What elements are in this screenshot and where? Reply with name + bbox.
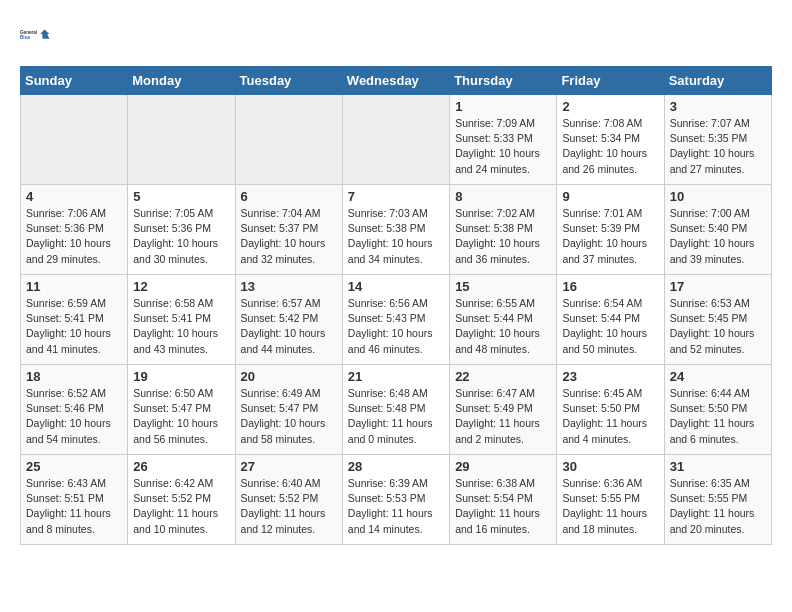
calendar-day-cell: 28Sunrise: 6:39 AMSunset: 5:53 PMDayligh… <box>342 455 449 545</box>
day-number: 20 <box>241 369 337 384</box>
calendar-day-cell: 13Sunrise: 6:57 AMSunset: 5:42 PMDayligh… <box>235 275 342 365</box>
svg-text:Blue: Blue <box>20 35 30 40</box>
calendar-day-cell: 8Sunrise: 7:02 AMSunset: 5:38 PMDaylight… <box>450 185 557 275</box>
calendar-day-cell <box>342 95 449 185</box>
calendar-day-cell: 30Sunrise: 6:36 AMSunset: 5:55 PMDayligh… <box>557 455 664 545</box>
calendar-day-cell: 10Sunrise: 7:00 AMSunset: 5:40 PMDayligh… <box>664 185 771 275</box>
calendar-header-row: SundayMondayTuesdayWednesdayThursdayFrid… <box>21 67 772 95</box>
calendar-day-header: Saturday <box>664 67 771 95</box>
calendar-day-header: Monday <box>128 67 235 95</box>
calendar-day-cell: 11Sunrise: 6:59 AMSunset: 5:41 PMDayligh… <box>21 275 128 365</box>
calendar-day-cell: 4Sunrise: 7:06 AMSunset: 5:36 PMDaylight… <box>21 185 128 275</box>
calendar-day-cell <box>128 95 235 185</box>
day-number: 12 <box>133 279 229 294</box>
day-number: 28 <box>348 459 444 474</box>
calendar-day-header: Friday <box>557 67 664 95</box>
day-info: Sunrise: 7:03 AMSunset: 5:38 PMDaylight:… <box>348 206 444 267</box>
day-info: Sunrise: 6:59 AMSunset: 5:41 PMDaylight:… <box>26 296 122 357</box>
day-number: 6 <box>241 189 337 204</box>
day-number: 3 <box>670 99 766 114</box>
day-number: 21 <box>348 369 444 384</box>
day-number: 11 <box>26 279 122 294</box>
calendar-day-cell: 6Sunrise: 7:04 AMSunset: 5:37 PMDaylight… <box>235 185 342 275</box>
day-number: 5 <box>133 189 229 204</box>
day-info: Sunrise: 7:02 AMSunset: 5:38 PMDaylight:… <box>455 206 551 267</box>
day-info: Sunrise: 6:35 AMSunset: 5:55 PMDaylight:… <box>670 476 766 537</box>
calendar-day-cell <box>21 95 128 185</box>
day-number: 30 <box>562 459 658 474</box>
day-info: Sunrise: 7:09 AMSunset: 5:33 PMDaylight:… <box>455 116 551 177</box>
calendar-day-cell: 22Sunrise: 6:47 AMSunset: 5:49 PMDayligh… <box>450 365 557 455</box>
logo: GeneralBlue <box>20 20 50 50</box>
calendar-day-header: Thursday <box>450 67 557 95</box>
day-number: 7 <box>348 189 444 204</box>
calendar-day-cell: 16Sunrise: 6:54 AMSunset: 5:44 PMDayligh… <box>557 275 664 365</box>
day-info: Sunrise: 6:40 AMSunset: 5:52 PMDaylight:… <box>241 476 337 537</box>
calendar-week-row: 11Sunrise: 6:59 AMSunset: 5:41 PMDayligh… <box>21 275 772 365</box>
calendar-day-cell: 1Sunrise: 7:09 AMSunset: 5:33 PMDaylight… <box>450 95 557 185</box>
calendar-day-header: Wednesday <box>342 67 449 95</box>
day-info: Sunrise: 6:54 AMSunset: 5:44 PMDaylight:… <box>562 296 658 357</box>
day-info: Sunrise: 6:58 AMSunset: 5:41 PMDaylight:… <box>133 296 229 357</box>
calendar-day-cell: 19Sunrise: 6:50 AMSunset: 5:47 PMDayligh… <box>128 365 235 455</box>
day-number: 27 <box>241 459 337 474</box>
calendar-day-cell: 24Sunrise: 6:44 AMSunset: 5:50 PMDayligh… <box>664 365 771 455</box>
day-number: 14 <box>348 279 444 294</box>
day-info: Sunrise: 6:52 AMSunset: 5:46 PMDaylight:… <box>26 386 122 447</box>
calendar-day-header: Tuesday <box>235 67 342 95</box>
day-info: Sunrise: 6:44 AMSunset: 5:50 PMDaylight:… <box>670 386 766 447</box>
calendar-week-row: 1Sunrise: 7:09 AMSunset: 5:33 PMDaylight… <box>21 95 772 185</box>
day-info: Sunrise: 6:39 AMSunset: 5:53 PMDaylight:… <box>348 476 444 537</box>
day-number: 24 <box>670 369 766 384</box>
calendar-day-cell: 15Sunrise: 6:55 AMSunset: 5:44 PMDayligh… <box>450 275 557 365</box>
day-info: Sunrise: 6:45 AMSunset: 5:50 PMDaylight:… <box>562 386 658 447</box>
svg-text:General: General <box>20 30 37 35</box>
calendar-table: SundayMondayTuesdayWednesdayThursdayFrid… <box>20 66 772 545</box>
day-number: 10 <box>670 189 766 204</box>
calendar-day-cell: 31Sunrise: 6:35 AMSunset: 5:55 PMDayligh… <box>664 455 771 545</box>
day-number: 31 <box>670 459 766 474</box>
day-info: Sunrise: 6:50 AMSunset: 5:47 PMDaylight:… <box>133 386 229 447</box>
page-header: GeneralBlue <box>20 20 772 50</box>
calendar-day-cell: 20Sunrise: 6:49 AMSunset: 5:47 PMDayligh… <box>235 365 342 455</box>
day-info: Sunrise: 6:53 AMSunset: 5:45 PMDaylight:… <box>670 296 766 357</box>
day-number: 9 <box>562 189 658 204</box>
svg-marker-2 <box>40 30 49 39</box>
day-number: 26 <box>133 459 229 474</box>
day-number: 23 <box>562 369 658 384</box>
calendar-day-cell: 7Sunrise: 7:03 AMSunset: 5:38 PMDaylight… <box>342 185 449 275</box>
day-info: Sunrise: 7:00 AMSunset: 5:40 PMDaylight:… <box>670 206 766 267</box>
day-info: Sunrise: 7:08 AMSunset: 5:34 PMDaylight:… <box>562 116 658 177</box>
calendar-day-cell: 21Sunrise: 6:48 AMSunset: 5:48 PMDayligh… <box>342 365 449 455</box>
day-number: 19 <box>133 369 229 384</box>
calendar-day-header: Sunday <box>21 67 128 95</box>
day-info: Sunrise: 6:49 AMSunset: 5:47 PMDaylight:… <box>241 386 337 447</box>
calendar-day-cell: 18Sunrise: 6:52 AMSunset: 5:46 PMDayligh… <box>21 365 128 455</box>
day-number: 2 <box>562 99 658 114</box>
day-info: Sunrise: 6:38 AMSunset: 5:54 PMDaylight:… <box>455 476 551 537</box>
day-info: Sunrise: 6:55 AMSunset: 5:44 PMDaylight:… <box>455 296 551 357</box>
day-info: Sunrise: 7:07 AMSunset: 5:35 PMDaylight:… <box>670 116 766 177</box>
day-info: Sunrise: 7:04 AMSunset: 5:37 PMDaylight:… <box>241 206 337 267</box>
day-info: Sunrise: 6:43 AMSunset: 5:51 PMDaylight:… <box>26 476 122 537</box>
day-number: 8 <box>455 189 551 204</box>
calendar-day-cell: 14Sunrise: 6:56 AMSunset: 5:43 PMDayligh… <box>342 275 449 365</box>
day-info: Sunrise: 6:47 AMSunset: 5:49 PMDaylight:… <box>455 386 551 447</box>
calendar-week-row: 4Sunrise: 7:06 AMSunset: 5:36 PMDaylight… <box>21 185 772 275</box>
calendar-day-cell: 3Sunrise: 7:07 AMSunset: 5:35 PMDaylight… <box>664 95 771 185</box>
day-info: Sunrise: 7:05 AMSunset: 5:36 PMDaylight:… <box>133 206 229 267</box>
calendar-day-cell: 17Sunrise: 6:53 AMSunset: 5:45 PMDayligh… <box>664 275 771 365</box>
day-number: 4 <box>26 189 122 204</box>
calendar-day-cell: 2Sunrise: 7:08 AMSunset: 5:34 PMDaylight… <box>557 95 664 185</box>
calendar-week-row: 18Sunrise: 6:52 AMSunset: 5:46 PMDayligh… <box>21 365 772 455</box>
day-info: Sunrise: 6:42 AMSunset: 5:52 PMDaylight:… <box>133 476 229 537</box>
day-info: Sunrise: 6:57 AMSunset: 5:42 PMDaylight:… <box>241 296 337 357</box>
calendar-day-cell: 5Sunrise: 7:05 AMSunset: 5:36 PMDaylight… <box>128 185 235 275</box>
calendar-day-cell: 9Sunrise: 7:01 AMSunset: 5:39 PMDaylight… <box>557 185 664 275</box>
calendar-day-cell: 26Sunrise: 6:42 AMSunset: 5:52 PMDayligh… <box>128 455 235 545</box>
calendar-day-cell <box>235 95 342 185</box>
calendar-day-cell: 23Sunrise: 6:45 AMSunset: 5:50 PMDayligh… <box>557 365 664 455</box>
calendar-week-row: 25Sunrise: 6:43 AMSunset: 5:51 PMDayligh… <box>21 455 772 545</box>
calendar-day-cell: 27Sunrise: 6:40 AMSunset: 5:52 PMDayligh… <box>235 455 342 545</box>
day-number: 25 <box>26 459 122 474</box>
